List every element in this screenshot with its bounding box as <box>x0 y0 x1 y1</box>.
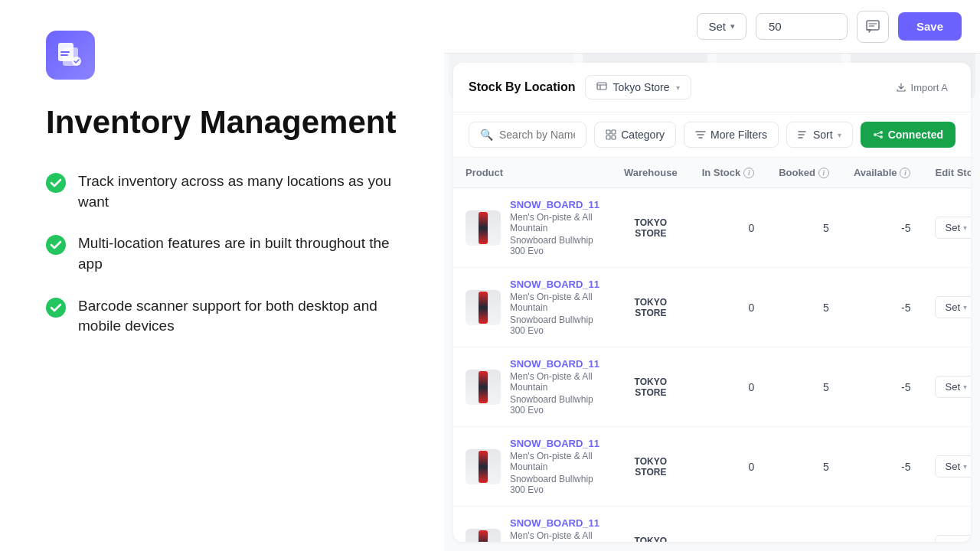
product-thumbnail-1 <box>466 290 501 325</box>
left-panel: Inventory Management Track inventory acr… <box>0 0 444 551</box>
table-body: SNOW_BOARD_11 Men's On-piste & All Mount… <box>453 188 971 543</box>
table-row: SNOW_BOARD_11 Men's On-piste & All Mount… <box>453 507 971 543</box>
cell-edit-stock-1: Set ▾ <box>923 268 971 347</box>
set-cell-3: Set ▾ <box>935 455 971 478</box>
product-sku-4[interactable]: SNOW_BOARD_11 <box>510 517 599 529</box>
check-icon-3 <box>46 298 66 318</box>
snowboard-img-0 <box>479 212 488 244</box>
more-filters-button[interactable]: More Filters <box>684 122 779 148</box>
set-dropdown[interactable]: Set ▾ <box>697 13 746 40</box>
cell-in-stock-4: 0 <box>690 507 767 543</box>
svg-point-24 <box>880 135 883 139</box>
feature-list: Track inventory across as many locations… <box>46 171 398 337</box>
col-available: Available i <box>841 158 923 188</box>
table-header: Product Warehouse In Stock i <box>453 158 971 188</box>
svg-point-5 <box>46 298 66 318</box>
save-button[interactable]: Save <box>898 12 962 41</box>
row-set-button-1[interactable]: Set ▾ <box>935 296 971 318</box>
warehouse-text-3: TOKYO STORE <box>624 456 678 478</box>
product-sku-3[interactable]: SNOW_BOARD_11 <box>510 438 599 449</box>
feature-text-1: Track inventory across as many locations… <box>78 171 398 212</box>
row-set-chevron-icon-3: ▾ <box>963 462 967 471</box>
svg-point-22 <box>874 133 877 136</box>
product-name-4: Men's On-piste & All Mountain <box>510 530 599 542</box>
cell-in-stock-1: 0 <box>690 268 767 347</box>
connected-icon <box>873 129 884 140</box>
svg-rect-13 <box>612 130 616 134</box>
feature-text-2: Multi-location features are in built thr… <box>78 233 398 274</box>
row-set-button-4[interactable]: Set ▾ <box>935 535 971 542</box>
right-panel: Set ▾ Save Stock By Location <box>444 0 980 551</box>
location-chevron-icon: ▾ <box>676 83 680 92</box>
row-set-button-2[interactable]: Set ▾ <box>935 376 971 398</box>
top-bar: Set ▾ Save <box>444 0 980 54</box>
svg-point-4 <box>46 235 66 255</box>
product-thumbnail-4 <box>466 529 501 543</box>
row-set-button-0[interactable]: Set ▾ <box>935 217 971 239</box>
location-selector[interactable]: Tokyo Store ▾ <box>585 75 691 99</box>
sort-chevron-icon: ▾ <box>838 131 841 139</box>
product-cell-4: SNOW_BOARD_11 Men's On-piste & All Mount… <box>466 517 599 542</box>
inventory-table: Product Warehouse In Stock i <box>453 158 971 542</box>
category-filter-button[interactable]: Category <box>594 122 676 148</box>
product-name-1: Men's On-piste & All Mountain <box>510 292 599 313</box>
set-cell-4: Set ▾ <box>935 535 971 542</box>
product-sku-0[interactable]: SNOW_BOARD_11 <box>510 199 599 210</box>
search-icon: 🔍 <box>480 129 493 141</box>
more-filters-label: More Filters <box>710 129 767 141</box>
row-set-button-3[interactable]: Set ▾ <box>935 455 971 478</box>
cell-available-0: -5 <box>841 188 923 268</box>
sort-icon <box>798 129 808 140</box>
cell-booked-0: 5 <box>766 188 841 268</box>
filter-bar: 🔍 Category More Filters <box>453 112 971 158</box>
product-sku-2[interactable]: SNOW_BOARD_11 <box>510 358 599 370</box>
col-booked: Booked i <box>766 158 841 188</box>
comment-icon <box>866 20 880 34</box>
import-button[interactable]: Import A <box>888 77 956 98</box>
table-row: SNOW_BOARD_11 Men's On-piste & All Mount… <box>453 347 971 427</box>
sort-label: Sort <box>813 129 833 141</box>
cell-available-3: -5 <box>841 427 923 507</box>
cell-booked-3: 5 <box>766 427 841 507</box>
cell-warehouse-2: TOKYO STORE <box>612 347 690 427</box>
svg-line-26 <box>877 135 880 137</box>
cell-available-1: -5 <box>841 268 923 347</box>
sort-button[interactable]: Sort ▾ <box>786 122 853 148</box>
cell-booked-1: 5 <box>766 268 841 347</box>
quantity-input[interactable] <box>756 13 848 40</box>
location-icon <box>596 82 607 93</box>
product-thumbnail-2 <box>466 370 501 405</box>
cell-product-3: SNOW_BOARD_11 Men's On-piste & All Mount… <box>453 427 612 507</box>
location-label: Tokyo Store <box>613 81 670 93</box>
col-product: Product <box>453 158 612 188</box>
search-input[interactable] <box>499 129 575 141</box>
search-box[interactable]: 🔍 <box>469 122 586 148</box>
cell-product-4: SNOW_BOARD_11 Men's On-piste & All Mount… <box>453 507 612 543</box>
product-name-0: Men's On-piste & All Mountain <box>510 212 599 233</box>
chevron-down-icon: ▾ <box>730 21 735 31</box>
table-row: SNOW_BOARD_11 Men's On-piste & All Mount… <box>453 188 971 268</box>
cell-warehouse-3: TOKYO STORE <box>612 427 690 507</box>
connected-label: Connected <box>888 129 943 141</box>
connected-button[interactable]: Connected <box>861 122 956 148</box>
product-name-2: Men's On-piste & All Mountain <box>510 371 599 393</box>
import-label: Import A <box>911 82 948 93</box>
app-logo <box>46 31 95 80</box>
product-name-3: Men's On-piste & All Mountain <box>510 451 599 472</box>
svg-rect-6 <box>867 21 879 30</box>
comment-button[interactable] <box>857 11 889 43</box>
product-variant-2: Snowboard Bullwhip 300 Evo <box>510 394 599 416</box>
cell-available-2: -5 <box>841 347 923 427</box>
row-set-chevron-icon-2: ▾ <box>963 383 967 391</box>
svg-line-25 <box>877 133 880 135</box>
product-info-3: SNOW_BOARD_11 Men's On-piste & All Mount… <box>510 438 599 495</box>
row-set-chevron-icon-1: ▾ <box>963 303 967 311</box>
cell-warehouse-4: TOKYO STORE <box>612 507 690 543</box>
col-in-stock: In Stock i <box>690 158 767 188</box>
warehouse-text-0: TOKYO STORE <box>624 217 678 239</box>
table-row: SNOW_BOARD_11 Men's On-piste & All Mount… <box>453 268 971 347</box>
available-info-icon: i <box>900 168 910 178</box>
product-sku-1[interactable]: SNOW_BOARD_11 <box>510 279 599 290</box>
product-info-4: SNOW_BOARD_11 Men's On-piste & All Mount… <box>510 517 599 542</box>
col-warehouse: Warehouse <box>612 158 690 188</box>
